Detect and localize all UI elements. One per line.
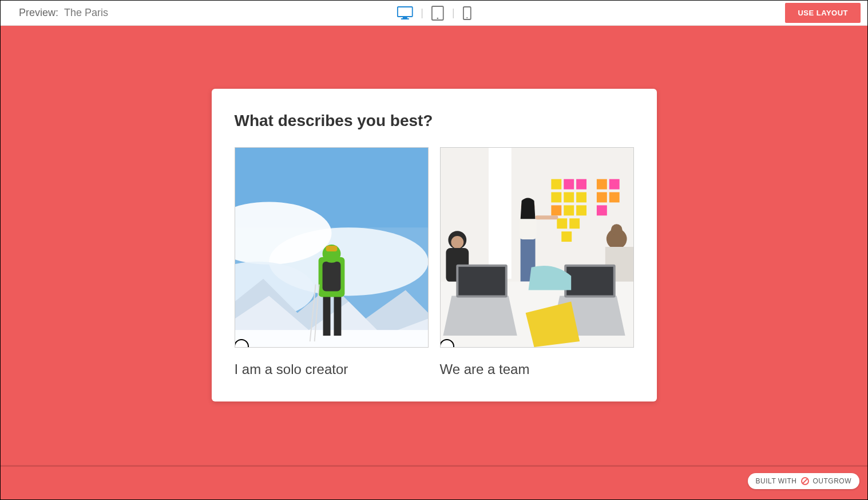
svg-rect-14 bbox=[235, 330, 428, 347]
svg-rect-2 bbox=[401, 18, 409, 19]
svg-rect-15 bbox=[323, 296, 330, 336]
svg-rect-55 bbox=[458, 267, 505, 296]
divider: | bbox=[421, 7, 423, 19]
topbar: Preview: The Paris | | USE LAYOUT bbox=[1, 1, 867, 26]
svg-rect-25 bbox=[551, 179, 561, 190]
svg-rect-29 bbox=[609, 179, 619, 190]
svg-marker-53 bbox=[443, 296, 517, 336]
use-layout-button[interactable]: USE LAYOUT bbox=[785, 3, 861, 23]
svg-rect-36 bbox=[564, 205, 574, 215]
svg-point-50 bbox=[611, 224, 622, 235]
svg-rect-16 bbox=[334, 296, 341, 336]
svg-rect-45 bbox=[535, 215, 558, 219]
svg-point-4 bbox=[437, 17, 439, 19]
divider: | bbox=[452, 7, 455, 19]
svg-rect-31 bbox=[564, 192, 574, 203]
svg-rect-34 bbox=[609, 192, 619, 203]
option-image-team bbox=[440, 147, 634, 348]
svg-rect-38 bbox=[596, 205, 607, 215]
built-with-prefix: BUILT WITH bbox=[756, 477, 797, 485]
option-image-solo bbox=[235, 147, 429, 348]
svg-rect-33 bbox=[596, 192, 607, 203]
option-solo-creator[interactable]: I am a solo creator bbox=[235, 147, 429, 377]
topbar-left: Preview: The Paris bbox=[7, 7, 108, 19]
svg-point-6 bbox=[466, 17, 467, 18]
svg-rect-20 bbox=[326, 246, 337, 251]
svg-point-47 bbox=[451, 236, 463, 249]
preview-label: Preview: bbox=[19, 7, 58, 19]
svg-rect-30 bbox=[551, 192, 561, 203]
question-title: What describes you best? bbox=[235, 112, 634, 130]
device-switcher: | | bbox=[397, 6, 471, 21]
preview-name: The Paris bbox=[64, 7, 108, 19]
tablet-icon[interactable] bbox=[431, 6, 444, 21]
svg-rect-41 bbox=[561, 231, 572, 242]
mobile-icon[interactable] bbox=[463, 6, 471, 20]
svg-rect-32 bbox=[576, 192, 586, 203]
option-label: We are a team bbox=[440, 361, 634, 377]
question-card: What describes you best? bbox=[212, 89, 657, 401]
bottom-divider bbox=[1, 465, 867, 467]
svg-rect-24 bbox=[488, 148, 511, 279]
option-team[interactable]: We are a team bbox=[440, 147, 634, 377]
built-with-badge[interactable]: BUILT WITH OUTGROW bbox=[748, 473, 859, 489]
svg-rect-39 bbox=[557, 218, 567, 229]
svg-rect-35 bbox=[551, 205, 561, 215]
svg-rect-18 bbox=[322, 262, 340, 292]
built-with-brand: OUTGROW bbox=[813, 477, 852, 485]
svg-rect-26 bbox=[564, 179, 574, 190]
option-label: I am a solo creator bbox=[235, 361, 429, 377]
svg-rect-1 bbox=[402, 17, 407, 18]
svg-rect-37 bbox=[576, 205, 586, 215]
canvas-area: What describes you best? bbox=[1, 26, 867, 499]
svg-rect-0 bbox=[397, 7, 412, 17]
outgrow-logo-icon bbox=[800, 477, 810, 486]
svg-rect-27 bbox=[576, 179, 586, 190]
desktop-icon[interactable] bbox=[397, 6, 413, 20]
svg-rect-28 bbox=[596, 179, 607, 190]
svg-rect-58 bbox=[566, 267, 613, 296]
options-row: I am a solo creator bbox=[235, 147, 634, 377]
svg-rect-40 bbox=[569, 218, 580, 229]
